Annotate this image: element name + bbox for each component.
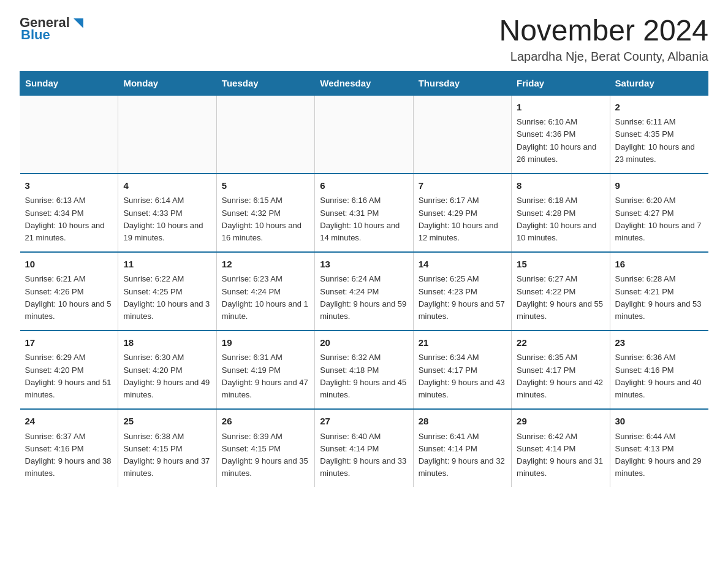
location-subtitle: Lapardha Nje, Berat County, Albania (499, 50, 708, 64)
calendar-cell: 8Sunrise: 6:18 AMSunset: 4:28 PMDaylight… (512, 174, 610, 252)
day-info: Sunrise: 6:25 AMSunset: 4:23 PMDaylight:… (419, 273, 506, 323)
day-number: 19 (222, 336, 309, 350)
week-row-2: 3Sunrise: 6:13 AMSunset: 4:34 PMDaylight… (20, 174, 708, 252)
day-info: Sunrise: 6:42 AMSunset: 4:14 PMDaylight:… (517, 431, 604, 480)
weekday-header-row: SundayMondayTuesdayWednesdayThursdayFrid… (20, 71, 708, 95)
calendar-cell: 12Sunrise: 6:23 AMSunset: 4:24 PMDayligh… (216, 252, 314, 331)
day-info: Sunrise: 6:11 AMSunset: 4:35 PMDaylight:… (615, 116, 703, 166)
page-header: General Blue November 2024 Lapardha Nje,… (20, 15, 708, 64)
day-info: Sunrise: 6:15 AMSunset: 4:32 PMDaylight:… (222, 194, 309, 244)
calendar-cell: 21Sunrise: 6:34 AMSunset: 4:17 PMDayligh… (413, 331, 511, 409)
calendar-cell (118, 95, 216, 174)
calendar-cell: 10Sunrise: 6:21 AMSunset: 4:26 PMDayligh… (20, 252, 118, 331)
day-info: Sunrise: 6:21 AMSunset: 4:26 PMDaylight:… (25, 273, 113, 323)
calendar-cell: 27Sunrise: 6:40 AMSunset: 4:14 PMDayligh… (315, 409, 413, 487)
day-number: 11 (123, 258, 211, 272)
logo-arrow-icon (71, 16, 86, 31)
logo: General Blue (20, 15, 86, 43)
calendar-table: SundayMondayTuesdayWednesdayThursdayFrid… (20, 71, 708, 487)
calendar-cell (20, 95, 118, 174)
week-row-3: 10Sunrise: 6:21 AMSunset: 4:26 PMDayligh… (20, 252, 708, 331)
day-number: 27 (320, 415, 408, 429)
calendar-cell: 25Sunrise: 6:38 AMSunset: 4:15 PMDayligh… (118, 409, 216, 487)
day-info: Sunrise: 6:34 AMSunset: 4:17 PMDaylight:… (419, 351, 506, 401)
day-info: Sunrise: 6:10 AMSunset: 4:36 PMDaylight:… (517, 116, 604, 166)
calendar-cell: 29Sunrise: 6:42 AMSunset: 4:14 PMDayligh… (512, 409, 610, 487)
day-info: Sunrise: 6:44 AMSunset: 4:13 PMDaylight:… (615, 431, 703, 480)
weekday-header-tuesday: Tuesday (216, 71, 314, 95)
calendar-cell: 6Sunrise: 6:16 AMSunset: 4:31 PMDaylight… (315, 174, 413, 252)
day-number: 16 (615, 258, 703, 272)
day-number: 21 (419, 336, 506, 350)
logo-blue-text: Blue (21, 27, 50, 43)
calendar-cell: 11Sunrise: 6:22 AMSunset: 4:25 PMDayligh… (118, 252, 216, 331)
day-info: Sunrise: 6:29 AMSunset: 4:20 PMDaylight:… (25, 351, 113, 401)
calendar-cell: 2Sunrise: 6:11 AMSunset: 4:35 PMDaylight… (610, 95, 708, 174)
day-number: 12 (222, 258, 309, 272)
day-number: 13 (320, 258, 408, 272)
day-number: 10 (25, 258, 113, 272)
calendar-cell: 7Sunrise: 6:17 AMSunset: 4:29 PMDaylight… (413, 174, 511, 252)
day-info: Sunrise: 6:14 AMSunset: 4:33 PMDaylight:… (123, 194, 211, 244)
month-title: November 2024 (499, 15, 708, 47)
day-number: 5 (222, 179, 309, 193)
calendar-cell (413, 95, 511, 174)
day-number: 1 (517, 101, 604, 115)
weekday-header-saturday: Saturday (610, 71, 708, 95)
calendar-cell: 17Sunrise: 6:29 AMSunset: 4:20 PMDayligh… (20, 331, 118, 409)
day-info: Sunrise: 6:27 AMSunset: 4:22 PMDaylight:… (517, 273, 604, 323)
day-number: 30 (615, 415, 703, 429)
week-row-1: 1Sunrise: 6:10 AMSunset: 4:36 PMDaylight… (20, 95, 708, 174)
day-info: Sunrise: 6:32 AMSunset: 4:18 PMDaylight:… (320, 351, 408, 401)
weekday-header-sunday: Sunday (20, 71, 118, 95)
day-info: Sunrise: 6:18 AMSunset: 4:28 PMDaylight:… (517, 194, 604, 244)
weekday-header-thursday: Thursday (413, 71, 511, 95)
day-number: 8 (517, 179, 604, 193)
weekday-header-monday: Monday (118, 71, 216, 95)
day-number: 29 (517, 415, 604, 429)
day-number: 24 (25, 415, 113, 429)
calendar-cell (315, 95, 413, 174)
day-info: Sunrise: 6:20 AMSunset: 4:27 PMDaylight:… (615, 194, 703, 244)
calendar-cell (216, 95, 314, 174)
calendar-cell: 4Sunrise: 6:14 AMSunset: 4:33 PMDaylight… (118, 174, 216, 252)
day-info: Sunrise: 6:23 AMSunset: 4:24 PMDaylight:… (222, 273, 309, 323)
day-info: Sunrise: 6:28 AMSunset: 4:21 PMDaylight:… (615, 273, 703, 323)
day-number: 28 (419, 415, 506, 429)
calendar-cell: 30Sunrise: 6:44 AMSunset: 4:13 PMDayligh… (610, 409, 708, 487)
day-number: 6 (320, 179, 408, 193)
day-number: 18 (123, 336, 211, 350)
weekday-header-wednesday: Wednesday (315, 71, 413, 95)
day-number: 25 (123, 415, 211, 429)
day-number: 20 (320, 336, 408, 350)
day-info: Sunrise: 6:37 AMSunset: 4:16 PMDaylight:… (25, 431, 113, 480)
day-info: Sunrise: 6:13 AMSunset: 4:34 PMDaylight:… (25, 194, 113, 244)
week-row-5: 24Sunrise: 6:37 AMSunset: 4:16 PMDayligh… (20, 409, 708, 487)
svg-marker-0 (74, 18, 83, 28)
day-number: 15 (517, 258, 604, 272)
day-number: 23 (615, 336, 703, 350)
day-info: Sunrise: 6:17 AMSunset: 4:29 PMDaylight:… (419, 194, 506, 244)
calendar-cell: 9Sunrise: 6:20 AMSunset: 4:27 PMDaylight… (610, 174, 708, 252)
day-info: Sunrise: 6:24 AMSunset: 4:24 PMDaylight:… (320, 273, 408, 323)
calendar-cell: 24Sunrise: 6:37 AMSunset: 4:16 PMDayligh… (20, 409, 118, 487)
day-number: 26 (222, 415, 309, 429)
weekday-header-friday: Friday (512, 71, 610, 95)
day-number: 4 (123, 179, 211, 193)
day-number: 14 (419, 258, 506, 272)
calendar-cell: 20Sunrise: 6:32 AMSunset: 4:18 PMDayligh… (315, 331, 413, 409)
day-info: Sunrise: 6:16 AMSunset: 4:31 PMDaylight:… (320, 194, 408, 244)
day-info: Sunrise: 6:31 AMSunset: 4:19 PMDaylight:… (222, 351, 309, 401)
calendar-cell: 26Sunrise: 6:39 AMSunset: 4:15 PMDayligh… (216, 409, 314, 487)
day-info: Sunrise: 6:38 AMSunset: 4:15 PMDaylight:… (123, 431, 211, 480)
calendar-cell: 13Sunrise: 6:24 AMSunset: 4:24 PMDayligh… (315, 252, 413, 331)
day-info: Sunrise: 6:41 AMSunset: 4:14 PMDaylight:… (419, 431, 506, 480)
day-info: Sunrise: 6:22 AMSunset: 4:25 PMDaylight:… (123, 273, 211, 323)
calendar-cell: 18Sunrise: 6:30 AMSunset: 4:20 PMDayligh… (118, 331, 216, 409)
day-info: Sunrise: 6:40 AMSunset: 4:14 PMDaylight:… (320, 431, 408, 480)
day-number: 2 (615, 101, 703, 115)
calendar-cell: 22Sunrise: 6:35 AMSunset: 4:17 PMDayligh… (512, 331, 610, 409)
day-number: 7 (419, 179, 506, 193)
day-number: 9 (615, 179, 703, 193)
day-info: Sunrise: 6:39 AMSunset: 4:15 PMDaylight:… (222, 431, 309, 480)
